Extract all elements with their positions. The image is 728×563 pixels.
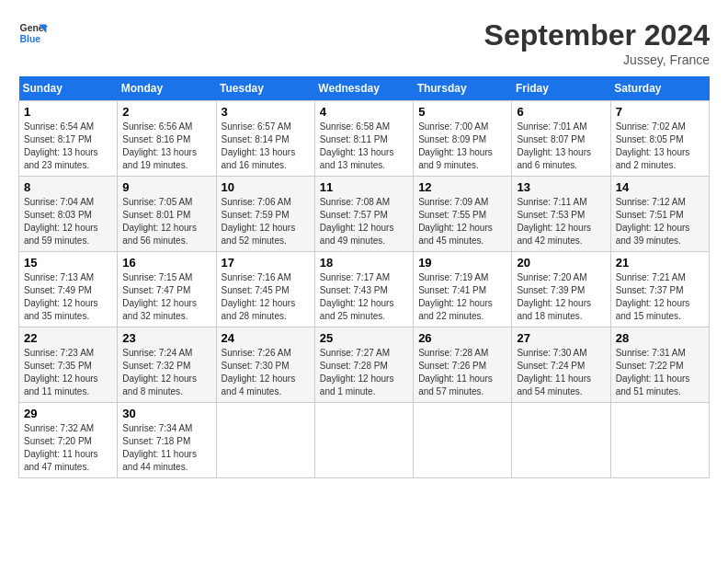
day-number: 13 bbox=[517, 180, 605, 194]
calendar-cell: 27Sunrise: 7:30 AM Sunset: 7:24 PM Dayli… bbox=[512, 327, 610, 403]
day-number: 8 bbox=[24, 180, 112, 194]
calendar-cell bbox=[216, 403, 314, 478]
day-of-week-header: Friday bbox=[512, 76, 610, 101]
calendar-week-row: 15Sunrise: 7:13 AM Sunset: 7:49 PM Dayli… bbox=[19, 252, 710, 327]
day-number: 29 bbox=[24, 407, 112, 420]
day-info: Sunrise: 6:54 AM Sunset: 8:17 PM Dayligh… bbox=[24, 121, 112, 172]
calendar-cell: 15Sunrise: 7:13 AM Sunset: 7:49 PM Dayli… bbox=[19, 252, 118, 327]
day-info: Sunrise: 7:05 AM Sunset: 8:01 PM Dayligh… bbox=[122, 196, 210, 247]
day-info: Sunrise: 7:11 AM Sunset: 7:53 PM Dayligh… bbox=[517, 196, 605, 247]
day-number: 21 bbox=[616, 256, 704, 270]
calendar-cell: 26Sunrise: 7:28 AM Sunset: 7:26 PM Dayli… bbox=[414, 327, 512, 403]
day-info: Sunrise: 7:08 AM Sunset: 7:57 PM Dayligh… bbox=[320, 196, 408, 247]
day-of-week-header: Sunday bbox=[19, 76, 118, 101]
calendar-cell: 9Sunrise: 7:05 AM Sunset: 8:01 PM Daylig… bbox=[118, 177, 216, 252]
day-number: 5 bbox=[418, 105, 506, 119]
day-of-week-header: Tuesday bbox=[216, 76, 314, 101]
calendar-cell bbox=[512, 403, 610, 478]
day-info: Sunrise: 7:00 AM Sunset: 8:09 PM Dayligh… bbox=[418, 121, 506, 172]
day-number: 10 bbox=[222, 180, 310, 194]
day-info: Sunrise: 7:17 AM Sunset: 7:43 PM Dayligh… bbox=[320, 271, 408, 323]
day-info: Sunrise: 7:30 AM Sunset: 7:24 PM Dayligh… bbox=[517, 347, 605, 398]
day-info: Sunrise: 7:02 AM Sunset: 8:05 PM Dayligh… bbox=[616, 121, 704, 172]
calendar-week-row: 29Sunrise: 7:32 AM Sunset: 7:20 PM Dayli… bbox=[19, 403, 710, 478]
calendar-cell: 7Sunrise: 7:02 AM Sunset: 8:05 PM Daylig… bbox=[610, 101, 709, 177]
day-number: 4 bbox=[320, 105, 408, 119]
day-info: Sunrise: 7:28 AM Sunset: 7:26 PM Dayligh… bbox=[418, 347, 506, 398]
calendar-cell bbox=[610, 403, 709, 478]
calendar-cell: 14Sunrise: 7:12 AM Sunset: 7:51 PM Dayli… bbox=[610, 177, 709, 252]
day-info: Sunrise: 7:31 AM Sunset: 7:22 PM Dayligh… bbox=[616, 347, 704, 398]
day-number: 30 bbox=[122, 407, 210, 420]
calendar-cell: 3Sunrise: 6:57 AM Sunset: 8:14 PM Daylig… bbox=[216, 101, 314, 177]
calendar-cell: 4Sunrise: 6:58 AM Sunset: 8:11 PM Daylig… bbox=[314, 101, 413, 177]
svg-text:Blue: Blue bbox=[20, 34, 41, 44]
day-number: 19 bbox=[418, 256, 506, 270]
calendar-week-row: 8Sunrise: 7:04 AM Sunset: 8:03 PM Daylig… bbox=[19, 177, 710, 252]
day-info: Sunrise: 7:19 AM Sunset: 7:41 PM Dayligh… bbox=[418, 271, 506, 323]
calendar-cell: 2Sunrise: 6:56 AM Sunset: 8:16 PM Daylig… bbox=[118, 101, 216, 177]
day-number: 23 bbox=[122, 331, 210, 345]
calendar-cell: 24Sunrise: 7:26 AM Sunset: 7:30 PM Dayli… bbox=[216, 327, 314, 403]
day-number: 14 bbox=[616, 180, 704, 194]
day-number: 24 bbox=[222, 331, 310, 345]
calendar-cell: 10Sunrise: 7:06 AM Sunset: 7:59 PM Dayli… bbox=[216, 177, 314, 252]
day-info: Sunrise: 7:06 AM Sunset: 7:59 PM Dayligh… bbox=[222, 196, 310, 247]
calendar-week-row: 1Sunrise: 6:54 AM Sunset: 8:17 PM Daylig… bbox=[19, 101, 710, 177]
calendar-cell: 20Sunrise: 7:20 AM Sunset: 7:39 PM Dayli… bbox=[512, 252, 610, 327]
day-of-week-header: Wednesday bbox=[314, 76, 413, 101]
day-number: 15 bbox=[24, 256, 112, 270]
calendar-cell: 6Sunrise: 7:01 AM Sunset: 8:07 PM Daylig… bbox=[512, 101, 610, 177]
day-number: 3 bbox=[222, 105, 310, 119]
calendar-cell: 30Sunrise: 7:34 AM Sunset: 7:18 PM Dayli… bbox=[118, 403, 216, 478]
day-info: Sunrise: 6:58 AM Sunset: 8:11 PM Dayligh… bbox=[320, 121, 408, 172]
day-info: Sunrise: 6:57 AM Sunset: 8:14 PM Dayligh… bbox=[222, 121, 310, 172]
calendar-cell: 19Sunrise: 7:19 AM Sunset: 7:41 PM Dayli… bbox=[414, 252, 512, 327]
day-number: 25 bbox=[320, 331, 408, 345]
calendar-cell bbox=[314, 403, 413, 478]
calendar-cell: 16Sunrise: 7:15 AM Sunset: 7:47 PM Dayli… bbox=[118, 252, 216, 327]
calendar-cell: 17Sunrise: 7:16 AM Sunset: 7:45 PM Dayli… bbox=[216, 252, 314, 327]
logo: General Blue bbox=[18, 18, 48, 48]
calendar-cell: 5Sunrise: 7:00 AM Sunset: 8:09 PM Daylig… bbox=[414, 101, 512, 177]
calendar-cell: 29Sunrise: 7:32 AM Sunset: 7:20 PM Dayli… bbox=[19, 403, 118, 478]
day-number: 11 bbox=[320, 180, 408, 194]
logo-icon: General Blue bbox=[18, 18, 48, 48]
day-number: 28 bbox=[616, 331, 704, 345]
day-info: Sunrise: 7:13 AM Sunset: 7:49 PM Dayligh… bbox=[24, 271, 112, 323]
day-info: Sunrise: 7:15 AM Sunset: 7:47 PM Dayligh… bbox=[122, 271, 210, 323]
calendar-cell: 21Sunrise: 7:21 AM Sunset: 7:37 PM Dayli… bbox=[610, 252, 709, 327]
calendar-cell: 12Sunrise: 7:09 AM Sunset: 7:55 PM Dayli… bbox=[414, 177, 512, 252]
day-info: Sunrise: 7:20 AM Sunset: 7:39 PM Dayligh… bbox=[517, 271, 605, 323]
day-number: 22 bbox=[24, 331, 112, 345]
calendar-cell: 22Sunrise: 7:23 AM Sunset: 7:35 PM Dayli… bbox=[19, 327, 118, 403]
calendar-cell: 1Sunrise: 6:54 AM Sunset: 8:17 PM Daylig… bbox=[19, 101, 118, 177]
day-number: 1 bbox=[24, 105, 112, 119]
location-subtitle: Jussey, France bbox=[484, 52, 710, 67]
day-number: 12 bbox=[418, 180, 506, 194]
day-number: 27 bbox=[517, 331, 605, 345]
day-number: 18 bbox=[320, 256, 408, 270]
calendar-cell: 18Sunrise: 7:17 AM Sunset: 7:43 PM Dayli… bbox=[314, 252, 413, 327]
day-info: Sunrise: 7:27 AM Sunset: 7:28 PM Dayligh… bbox=[320, 347, 408, 398]
calendar-table: SundayMondayTuesdayWednesdayThursdayFrid… bbox=[18, 76, 710, 478]
day-number: 20 bbox=[517, 256, 605, 270]
day-of-week-header: Thursday bbox=[414, 76, 512, 101]
calendar-cell: 13Sunrise: 7:11 AM Sunset: 7:53 PM Dayli… bbox=[512, 177, 610, 252]
day-number: 2 bbox=[122, 105, 210, 119]
day-info: Sunrise: 7:24 AM Sunset: 7:32 PM Dayligh… bbox=[122, 347, 210, 398]
day-info: Sunrise: 7:16 AM Sunset: 7:45 PM Dayligh… bbox=[222, 271, 310, 323]
calendar-cell: 25Sunrise: 7:27 AM Sunset: 7:28 PM Dayli… bbox=[314, 327, 413, 403]
title-block: September 2024 Jussey, France bbox=[484, 18, 710, 67]
calendar-week-row: 22Sunrise: 7:23 AM Sunset: 7:35 PM Dayli… bbox=[19, 327, 710, 403]
day-info: Sunrise: 6:56 AM Sunset: 8:16 PM Dayligh… bbox=[122, 121, 210, 172]
day-number: 7 bbox=[616, 105, 704, 119]
day-number: 9 bbox=[122, 180, 210, 194]
day-number: 6 bbox=[517, 105, 605, 119]
calendar-cell bbox=[414, 403, 512, 478]
day-number: 16 bbox=[122, 256, 210, 270]
calendar-header-row: SundayMondayTuesdayWednesdayThursdayFrid… bbox=[19, 76, 710, 101]
day-info: Sunrise: 7:04 AM Sunset: 8:03 PM Dayligh… bbox=[24, 196, 112, 247]
day-info: Sunrise: 7:23 AM Sunset: 7:35 PM Dayligh… bbox=[24, 347, 112, 398]
calendar-cell: 8Sunrise: 7:04 AM Sunset: 8:03 PM Daylig… bbox=[19, 177, 118, 252]
